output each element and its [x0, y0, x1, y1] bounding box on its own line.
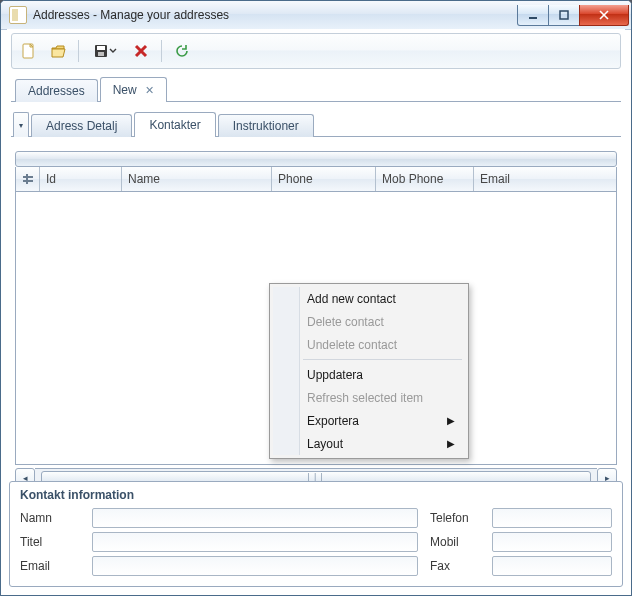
column-label: Name	[128, 172, 160, 186]
titlebar: Addresses - Manage your addresses	[1, 1, 631, 30]
column-label: Email	[480, 172, 510, 186]
grid-group-bar[interactable]	[15, 151, 617, 167]
close-button[interactable]	[579, 5, 629, 26]
subtab-adress-detalj[interactable]: Adress Detalj	[31, 114, 132, 137]
title-label: Titel	[20, 535, 80, 549]
tab-overflow-button[interactable]: ▾	[13, 112, 29, 137]
tab-new[interactable]: New ✕	[100, 77, 167, 102]
maximize-button[interactable]	[548, 5, 580, 26]
svg-rect-0	[529, 17, 537, 19]
svg-rect-6	[97, 46, 105, 50]
chevron-down-icon	[109, 43, 117, 59]
svg-rect-7	[98, 52, 104, 56]
toolbar-separator	[161, 40, 162, 62]
mobile-field[interactable]	[492, 532, 612, 552]
fax-label: Fax	[430, 559, 480, 573]
menu-layout[interactable]: Layout▶	[273, 432, 465, 455]
menu-label: Undelete contact	[307, 338, 397, 352]
close-icon	[599, 10, 609, 20]
panel-title: Kontakt information	[20, 488, 612, 502]
row-indicator-icon	[22, 173, 33, 185]
column-header-phone[interactable]: Phone	[272, 167, 376, 191]
menu-label: Add new contact	[307, 292, 396, 306]
menu-refresh-selected: Refresh selected item	[273, 386, 465, 409]
name-label: Namn	[20, 511, 80, 525]
subtab-label: Adress Detalj	[46, 119, 117, 133]
menu-separator	[303, 359, 462, 360]
contact-info-panel: Kontakt information Namn Telefon Titel M…	[9, 481, 623, 587]
svg-rect-1	[560, 11, 568, 19]
column-header-name[interactable]: Name	[122, 167, 272, 191]
subtab-label: Kontakter	[149, 118, 200, 132]
save-split-button[interactable]	[89, 41, 121, 61]
email-field[interactable]	[92, 556, 418, 576]
menu-delete-contact: Delete contact	[273, 310, 465, 333]
tab-addresses[interactable]: Addresses	[15, 79, 98, 102]
save-icon	[93, 43, 109, 59]
tab-label: Addresses	[28, 84, 85, 98]
name-field[interactable]	[92, 508, 418, 528]
column-label: Phone	[278, 172, 313, 186]
mobile-label: Mobil	[430, 535, 480, 549]
menu-add-new-contact[interactable]: Add new contact	[273, 287, 465, 310]
minimize-button[interactable]	[517, 5, 549, 26]
submenu-arrow-icon: ▶	[447, 438, 455, 449]
toolbar	[11, 33, 621, 69]
window-title: Addresses - Manage your addresses	[33, 8, 518, 22]
fax-field[interactable]	[492, 556, 612, 576]
menu-label: Uppdatera	[307, 368, 363, 382]
menu-undelete-contact: Undelete contact	[273, 333, 465, 356]
column-header-mob-phone[interactable]: Mob Phone	[376, 167, 474, 191]
menu-label: Delete contact	[307, 315, 384, 329]
sub-tabs: ▾ Adress Detalj Kontakter Instruktioner	[11, 110, 621, 137]
subtab-instruktioner[interactable]: Instruktioner	[218, 114, 314, 137]
app-window: Addresses - Manage your addresses	[0, 0, 632, 596]
contact-fields: Namn Telefon Titel Mobil Email Fax	[20, 508, 612, 576]
email-label: Email	[20, 559, 80, 573]
app-icon	[9, 6, 27, 24]
tab-label: New	[113, 83, 137, 97]
document-tabs: Addresses New ✕	[11, 75, 621, 102]
new-button[interactable]	[18, 41, 38, 61]
delete-button[interactable]	[131, 41, 151, 61]
row-indicator-header[interactable]	[16, 167, 40, 191]
menu-exportera[interactable]: Exportera▶	[273, 409, 465, 432]
open-folder-icon	[50, 43, 66, 59]
subtab-kontakter[interactable]: Kontakter	[134, 112, 215, 137]
new-file-icon	[20, 43, 36, 59]
refresh-icon	[174, 43, 190, 59]
toolbar-separator	[78, 40, 79, 62]
maximize-icon	[559, 10, 569, 20]
column-header-id[interactable]: Id	[40, 167, 122, 191]
delete-icon	[133, 43, 149, 59]
menu-label: Exportera	[307, 414, 359, 428]
menu-uppdatera[interactable]: Uppdatera	[273, 363, 465, 386]
tab-close-button[interactable]: ✕	[145, 85, 154, 96]
minimize-icon	[528, 10, 538, 20]
chevron-down-icon: ▾	[19, 121, 23, 130]
phone-label: Telefon	[430, 511, 480, 525]
refresh-button[interactable]	[172, 41, 192, 61]
client-area: Addresses New ✕ ▾ Adress Detalj Kontakte…	[7, 29, 625, 589]
context-menu: Add new contact Delete contact Undelete …	[269, 283, 469, 459]
phone-field[interactable]	[492, 508, 612, 528]
open-button[interactable]	[48, 41, 68, 61]
column-label: Id	[46, 172, 56, 186]
window-buttons	[518, 5, 629, 25]
title-field[interactable]	[92, 532, 418, 552]
svg-rect-12	[26, 174, 28, 184]
subtab-label: Instruktioner	[233, 119, 299, 133]
menu-label: Refresh selected item	[307, 391, 423, 405]
submenu-arrow-icon: ▶	[447, 415, 455, 426]
column-header-email[interactable]: Email	[474, 167, 616, 191]
menu-label: Layout	[307, 437, 343, 451]
column-label: Mob Phone	[382, 172, 443, 186]
grid-header: Id Name Phone Mob Phone Email	[15, 167, 617, 192]
